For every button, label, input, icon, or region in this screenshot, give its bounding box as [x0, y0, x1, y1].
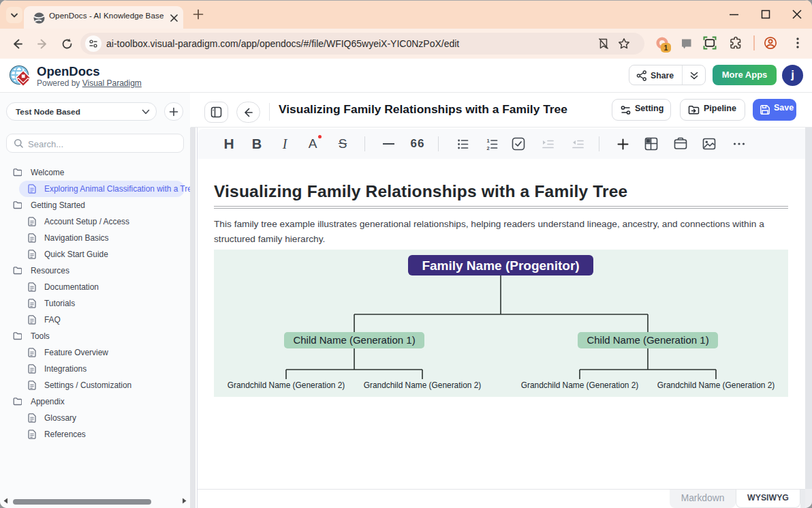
svg-text:2: 2	[486, 145, 489, 150]
svg-text:Grandchild Name (Generation 2): Grandchild Name (Generation 2)	[657, 380, 775, 390]
svg-text:Child Name (Generation 1): Child Name (Generation 1)	[293, 334, 415, 346]
svg-text:Grandchild Name (Generation 2): Grandchild Name (Generation 2)	[364, 380, 482, 390]
svg-text:Family Name (Progenitor): Family Name (Progenitor)	[422, 258, 579, 273]
svg-text:Child Name (Generation 1): Child Name (Generation 1)	[587, 334, 708, 346]
svg-text:1: 1	[486, 138, 489, 144]
svg-text:Grandchild Name (Generation 2): Grandchild Name (Generation 2)	[228, 380, 345, 390]
svg-text:Grandchild Name (Generation 2): Grandchild Name (Generation 2)	[521, 380, 639, 390]
